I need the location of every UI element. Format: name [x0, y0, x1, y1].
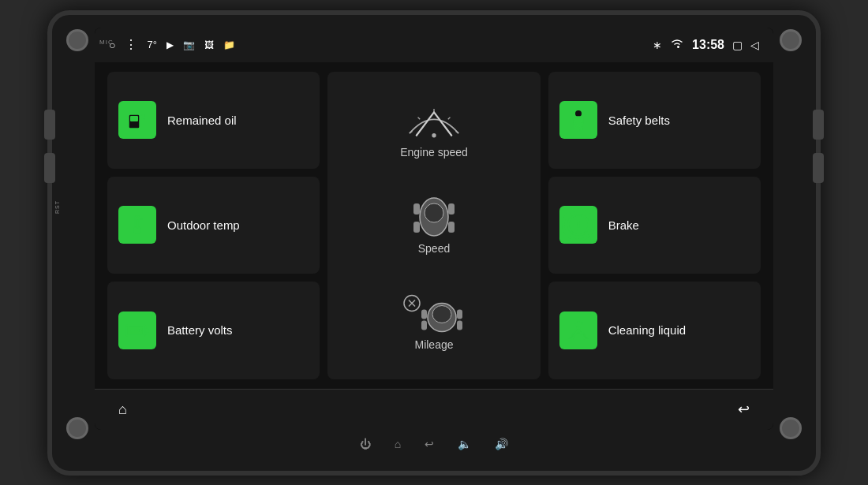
- battery-icon: [118, 312, 156, 349]
- mic-label: MIC: [99, 39, 114, 46]
- svg-rect-14: [413, 203, 420, 215]
- file-icon: 📁: [223, 39, 235, 50]
- temperature-display: 7°: [147, 39, 156, 50]
- physical-buttons-row: ⏻ ⌂ ↩ 🔈 🔊: [360, 430, 508, 458]
- speed-section: Speed: [334, 196, 533, 255]
- svg-point-45: [574, 323, 576, 326]
- wifi-icon: [670, 38, 684, 51]
- safety-belts-tile[interactable]: Safety belts: [548, 72, 761, 169]
- battery-volts-label: Battery volts: [167, 323, 309, 337]
- back-nav-icon[interactable]: ↩: [738, 401, 750, 418]
- device-frame: MIC RST ○ ⋮ 7° ▶ 📷 🖼 📁 ∗: [47, 10, 821, 476]
- thermometer-icon: [118, 206, 156, 244]
- svg-line-5: [418, 118, 421, 120]
- svg-point-13: [425, 203, 443, 222]
- svg-rect-16: [413, 222, 420, 233]
- svg-point-46: [581, 323, 583, 325]
- status-right: ∗ 13:58 ▢ ◁: [653, 38, 759, 52]
- svg-point-47: [577, 321, 579, 323]
- right-button-mid[interactable]: [813, 153, 824, 183]
- mount-hole-br: [780, 417, 802, 439]
- time-display: 13:58: [692, 38, 724, 52]
- battery-volts-tile[interactable]: Battery volts: [107, 282, 320, 379]
- outdoor-temp-label: Outdoor temp: [167, 218, 309, 232]
- youtube-icon: ▶: [166, 39, 174, 50]
- svg-text:!: !: [575, 216, 581, 234]
- engine-speed-section: Engine speed: [334, 99, 533, 159]
- wiper-icon: [559, 312, 597, 349]
- remained-oil-label: Remained oil: [167, 114, 309, 127]
- vol-up-physical-btn[interactable]: 🔊: [495, 438, 508, 450]
- svg-rect-26: [457, 321, 462, 330]
- mileage-label: Mileage: [414, 338, 453, 351]
- remained-oil-tile[interactable]: Remained oil: [107, 72, 320, 169]
- svg-point-28: [575, 110, 582, 117]
- home-physical-btn[interactable]: ⌂: [395, 438, 401, 450]
- vol-down-physical-btn[interactable]: 🔈: [458, 438, 471, 450]
- cleaning-liquid-label: Cleaning liquid: [608, 323, 750, 337]
- fuel-icon: [118, 101, 156, 139]
- main-grid: Remained oil: [95, 62, 773, 389]
- photo-icon: 🖼: [204, 39, 214, 50]
- brake-tile[interactable]: ! Brake: [548, 177, 761, 274]
- svg-rect-25: [421, 321, 427, 330]
- speed-label: Speed: [418, 242, 450, 255]
- brake-label: Brake: [608, 218, 750, 232]
- status-left: ○ ⋮ 7° ▶ 📷 🖼 📁: [109, 37, 235, 52]
- svg-line-7: [448, 118, 451, 120]
- status-bar: ○ ⋮ 7° ▶ 📷 🖼 📁 ∗: [95, 28, 773, 62]
- bottom-nav-bar: ⌂ ↩: [95, 389, 773, 430]
- rst-label: RST: [54, 200, 60, 214]
- center-gauge-tile[interactable]: Engine speed Speed: [327, 72, 540, 379]
- mileage-section: Mileage: [334, 292, 533, 351]
- bluetooth-icon: ∗: [653, 39, 662, 51]
- svg-point-22: [432, 306, 451, 323]
- home-nav-icon[interactable]: ⌂: [118, 401, 127, 418]
- mount-hole-bl: [66, 417, 88, 439]
- svg-rect-1: [130, 116, 138, 121]
- svg-rect-17: [448, 222, 455, 233]
- back-physical-btn[interactable]: ↩: [425, 438, 434, 450]
- svg-point-11: [432, 133, 436, 137]
- camera1-icon: 📷: [183, 39, 195, 50]
- screen: ○ ⋮ 7° ▶ 📷 🖼 📁 ∗: [95, 28, 773, 430]
- dots-icon: ⋮: [125, 37, 137, 52]
- svg-rect-31: [137, 219, 139, 229]
- safety-belts-label: Safety belts: [608, 114, 750, 127]
- left-button-top[interactable]: [44, 110, 55, 140]
- left-button-mid[interactable]: [44, 153, 55, 183]
- svg-rect-24: [457, 310, 462, 319]
- back-arrow-icon: ◁: [750, 39, 759, 51]
- square-icon: ▢: [732, 39, 743, 51]
- right-button-top[interactable]: [813, 110, 824, 140]
- svg-rect-23: [421, 310, 427, 319]
- svg-rect-3: [142, 119, 144, 123]
- engine-speed-label: Engine speed: [400, 146, 468, 159]
- power-physical-btn[interactable]: ⏻: [360, 438, 371, 450]
- svg-rect-38: [145, 328, 148, 333]
- brake-icon: !: [559, 206, 597, 244]
- seatbelt-icon: [559, 101, 597, 139]
- mount-hole-tr: [780, 29, 802, 51]
- mount-hole-tl: [66, 29, 88, 51]
- cleaning-liquid-tile[interactable]: Cleaning liquid: [548, 282, 761, 379]
- outdoor-temp-tile[interactable]: Outdoor temp: [107, 177, 320, 274]
- svg-rect-15: [448, 203, 455, 215]
